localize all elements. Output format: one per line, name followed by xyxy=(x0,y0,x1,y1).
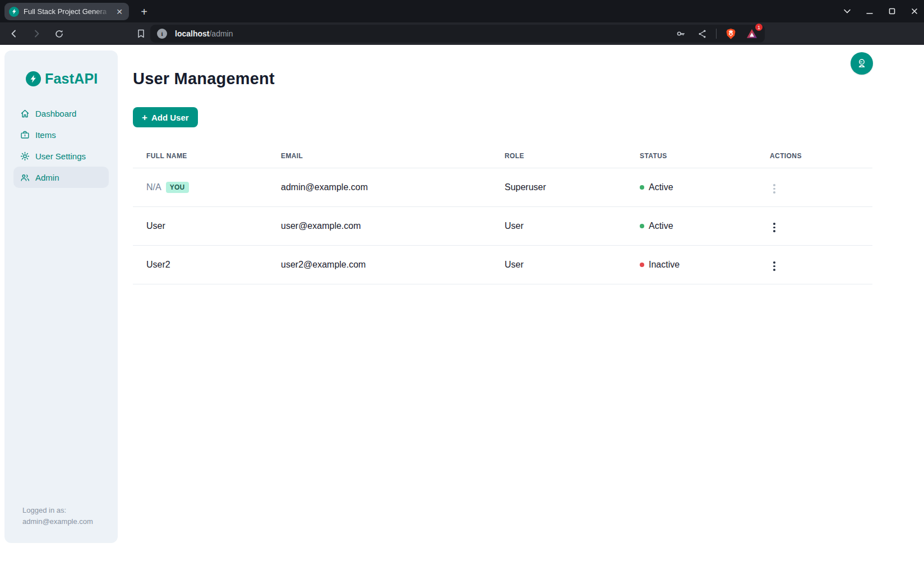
logged-in-info: Logged in as: admin@example.com xyxy=(22,505,93,527)
sidebar-item-label: Dashboard xyxy=(35,109,76,118)
users-icon xyxy=(20,173,30,182)
sidebar-item-user-settings[interactable]: User Settings xyxy=(13,145,109,167)
col-header-email: EMAIL xyxy=(267,144,491,168)
sidebar-item-label: Admin xyxy=(35,173,59,182)
window-minimize-button[interactable] xyxy=(866,7,874,15)
logo-text: FastAPI xyxy=(45,71,98,87)
col-header-status: STATUS xyxy=(626,144,756,168)
brave-rewards-icon[interactable]: 1 xyxy=(745,26,759,41)
tab-search-chevron-icon[interactable] xyxy=(843,7,851,15)
logged-in-email: admin@example.com xyxy=(22,516,93,527)
status-dot-icon xyxy=(640,263,644,267)
users-table: FULL NAME EMAIL ROLE STATUS ACTIONS N/AY… xyxy=(133,144,872,284)
logged-in-label: Logged in as: xyxy=(22,505,93,516)
reload-button[interactable] xyxy=(52,26,66,41)
table-header-row: FULL NAME EMAIL ROLE STATUS ACTIONS xyxy=(133,144,872,168)
row-actions-menu-icon[interactable] xyxy=(770,258,779,274)
email-cell: admin@example.com xyxy=(267,168,491,207)
email-cell: user2@example.com xyxy=(267,246,491,284)
email-cell: user@example.com xyxy=(267,207,491,246)
role-cell: User xyxy=(491,207,626,246)
app-logo: FastAPI xyxy=(4,50,118,87)
fastapi-favicon-icon xyxy=(9,7,19,17)
status-dot-icon xyxy=(640,224,644,228)
role-cell: Superuser xyxy=(491,168,626,207)
url-bar[interactable]: i localhost/admin 1 xyxy=(150,25,765,43)
home-icon xyxy=(20,109,30,118)
sidebar: FastAPI Dashboard Items User Settings Ad… xyxy=(4,50,118,543)
app-page: FastAPI Dashboard Items User Settings Ad… xyxy=(0,45,924,575)
plus-icon: + xyxy=(142,113,147,122)
status-text: Active xyxy=(649,182,673,192)
table-row: User user@example.com User Active xyxy=(133,207,872,246)
row-actions-menu-icon[interactable] xyxy=(770,181,779,197)
window-maximize-button[interactable] xyxy=(888,7,896,15)
new-tab-button[interactable]: + xyxy=(137,4,151,19)
status-dot-icon xyxy=(640,185,644,190)
sidebar-item-items[interactable]: Items xyxy=(13,124,109,145)
sidebar-item-dashboard[interactable]: Dashboard xyxy=(13,103,109,124)
col-header-full-name: FULL NAME xyxy=(133,144,267,168)
col-header-actions: ACTIONS xyxy=(756,144,872,168)
fastapi-logo-icon xyxy=(26,71,41,86)
divider xyxy=(716,29,717,39)
full-name-cell: User xyxy=(133,207,267,246)
sidebar-item-label: User Settings xyxy=(35,151,86,161)
bookmark-icon[interactable] xyxy=(133,26,148,41)
role-cell: User xyxy=(491,246,626,284)
window-close-button[interactable] xyxy=(911,7,918,15)
back-button[interactable] xyxy=(7,26,21,41)
you-badge: YOU xyxy=(166,182,189,193)
tab-close-icon[interactable]: ✕ xyxy=(114,7,124,17)
tab-title: Full Stack Project Genera xyxy=(24,7,110,16)
col-header-role: ROLE xyxy=(491,144,626,168)
gear-icon xyxy=(20,151,30,161)
row-actions-menu-icon[interactable] xyxy=(770,219,779,236)
forward-button[interactable] xyxy=(29,26,44,41)
browser-tab[interactable]: Full Stack Project Genera ✕ xyxy=(4,3,129,20)
status-text: Active xyxy=(649,221,673,231)
rewards-badge: 1 xyxy=(755,24,763,31)
table-row: User2 user2@example.com User Inactive xyxy=(133,246,872,284)
url-text[interactable]: localhost/admin xyxy=(175,29,673,38)
sidebar-item-admin[interactable]: Admin xyxy=(13,167,109,188)
site-info-icon[interactable]: i xyxy=(157,29,167,39)
brave-shield-icon[interactable] xyxy=(723,26,738,41)
status-text: Inactive xyxy=(649,260,680,270)
page-title: User Management xyxy=(133,70,872,88)
sidebar-item-label: Items xyxy=(35,130,56,140)
briefcase-icon xyxy=(20,130,30,140)
share-icon[interactable] xyxy=(695,26,709,41)
full-name-cell: User2 xyxy=(133,246,267,284)
browser-titlebar: Full Stack Project Genera ✕ + xyxy=(0,0,924,22)
full-name-cell: N/A xyxy=(146,182,161,192)
add-user-button[interactable]: + Add User xyxy=(133,107,198,127)
table-row: N/AYOU admin@example.com Superuser Activ… xyxy=(133,168,872,207)
password-key-icon[interactable] xyxy=(673,26,688,41)
browser-toolbar: i localhost/admin 1 xyxy=(0,22,924,45)
